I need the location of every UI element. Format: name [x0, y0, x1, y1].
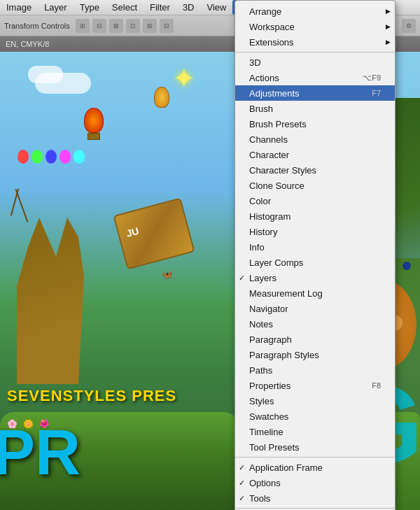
menu-layer[interactable]: Layer [38, 0, 74, 15]
menu-item-extensions[interactable]: Extensions [235, 34, 395, 50]
sign-text: JU [125, 225, 140, 239]
menu-3d[interactable]: 3D [176, 0, 201, 15]
doc-title-text: EN, CMYK/8 [6, 40, 49, 48]
separator-2 [235, 457, 395, 458]
headphone-right [402, 262, 411, 270]
menu-item-character[interactable]: Character [235, 147, 395, 162]
deer [0, 174, 133, 384]
options-checkmark: ✓ [239, 479, 245, 488]
menu-item-swatches[interactable]: Swatches [235, 409, 395, 424]
menu-item-tools[interactable]: ✓ Tools [235, 490, 395, 506]
menu-item-paragraph-styles[interactable]: Paragraph Styles [235, 347, 395, 362]
menu-item-channels[interactable]: Channels [235, 132, 395, 147]
menu-item-tool-presets[interactable]: Tool Presets [235, 439, 395, 455]
canvas-background: ✦ 🦋 JU [0, 52, 238, 510]
layers-checkmark: ✓ [239, 274, 245, 283]
butterfly: 🦋 [161, 269, 173, 280]
canvas-sevenstyles-text: SEVENSTYLES PRES [7, 387, 176, 405]
menu-item-character-styles[interactable]: Character Styles [235, 162, 395, 178]
menu-item-histogram[interactable]: Histogram [235, 208, 395, 224]
toolbar-icon-2[interactable]: ⊟ [92, 19, 106, 33]
menu-item-color[interactable]: Color [235, 193, 395, 208]
hot-air-balloon [84, 108, 104, 140]
fireworks: ✦ [172, 62, 196, 94]
menu-image[interactable]: Image [0, 0, 38, 15]
cloud-2 [28, 66, 63, 83]
menu-item-properties[interactable]: Properties F8 [235, 378, 395, 393]
balloon-cluster [18, 150, 85, 164]
menu-item-paths[interactable]: Paths [235, 362, 395, 378]
canvas-area: ✦ 🦋 JU [0, 52, 238, 510]
menu-item-3d[interactable]: 3D [235, 55, 395, 70]
menu-item-brush[interactable]: Brush [235, 101, 395, 116]
properties-shortcut: F8 [372, 381, 381, 390]
toolbar-icon-6[interactable]: ⊟ [160, 19, 174, 33]
menu-item-brush-presets[interactable]: Brush Presets [235, 116, 395, 132]
menu-item-info[interactable]: Info [235, 239, 395, 255]
window-dropdown-menu: Arrange Workspace Extensions 3D Actions … [234, 0, 396, 510]
menu-select[interactable]: Select [106, 0, 144, 15]
menu-item-options[interactable]: ✓ Options [235, 475, 395, 490]
menu-item-application-frame[interactable]: ✓ Application Frame [235, 460, 395, 475]
toolbar-label: Transform Controls [4, 22, 70, 30]
menu-item-measurement-log[interactable]: Measurement Log [235, 285, 395, 301]
menu-item-timeline[interactable]: Timeline [235, 424, 395, 439]
menu-view[interactable]: View [201, 0, 233, 15]
hot-air-balloon-2 [154, 87, 169, 108]
toolbar-icon-3[interactable]: ⊠ [109, 19, 123, 33]
app-frame-checkmark: ✓ [239, 463, 245, 472]
menu-item-styles[interactable]: Styles [235, 393, 395, 409]
menu-item-history[interactable]: History [235, 224, 395, 239]
menu-item-adjustments[interactable]: Adjustments F7 [235, 85, 395, 101]
menu-item-notes[interactable]: Notes [235, 316, 395, 332]
menu-item-layers[interactable]: ✓ Layers [235, 270, 395, 285]
adjustments-shortcut: F7 [372, 89, 381, 97]
menu-filter[interactable]: Filter [144, 0, 176, 15]
menu-item-clone-source[interactable]: Clone Source [235, 178, 395, 193]
canvas-big-text: PR [0, 417, 80, 489]
tools-checkmark: ✓ [239, 494, 245, 503]
menu-item-navigator[interactable]: Navigator [235, 301, 395, 316]
menu-item-layer-comps[interactable]: Layer Comps [235, 255, 395, 270]
toolbar-icon-4[interactable]: ⊡ [126, 19, 140, 33]
toolbar-icon-5[interactable]: ⊞ [143, 19, 157, 33]
separator-1 [235, 52, 395, 52]
toolbar-icon-1[interactable]: ⊞ [76, 19, 90, 33]
menu-item-workspace[interactable]: Workspace [235, 19, 395, 34]
separator-3 [235, 508, 395, 509]
actions-shortcut: ⌥F9 [363, 73, 381, 83]
menu-item-paragraph[interactable]: Paragraph [235, 332, 395, 347]
menu-type[interactable]: Type [74, 0, 106, 15]
toolbar-icon-right[interactable]: ⚙ [402, 19, 416, 33]
menu-item-arrange[interactable]: Arrange [235, 3, 395, 19]
menu-item-actions[interactable]: Actions ⌥F9 [235, 70, 395, 85]
